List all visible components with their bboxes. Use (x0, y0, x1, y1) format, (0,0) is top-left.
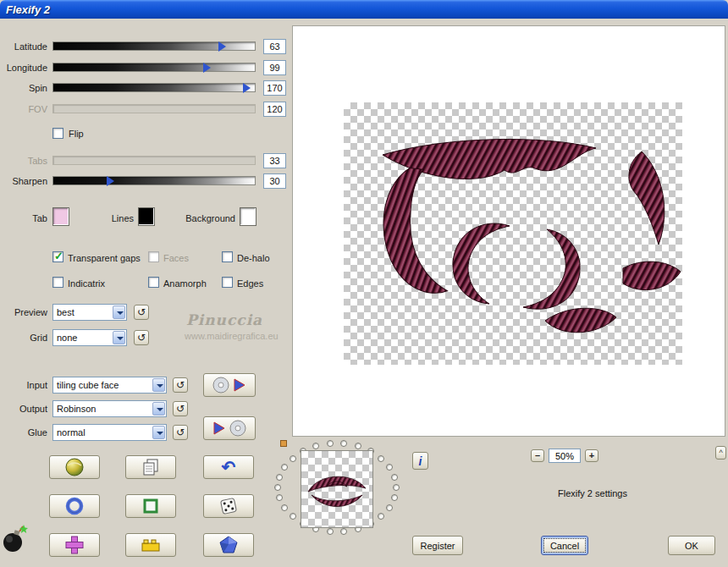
memory-dot[interactable] (281, 504, 288, 511)
undo-icon: ↶ (222, 457, 236, 477)
memory-dot[interactable] (281, 464, 288, 471)
sharpen-slider-handle[interactable] (107, 176, 114, 186)
latitude-slider[interactable] (52, 41, 256, 51)
dropdown-arrow-icon (152, 378, 165, 392)
ok-button-label: OK (685, 541, 698, 551)
sharpen-slider[interactable] (52, 176, 256, 185)
watermark-site: www.maidiregrafica.eu (185, 331, 303, 341)
render-preview-button[interactable] (203, 373, 256, 397)
cancel-button-label: Cancel (550, 541, 579, 551)
flexified-image (344, 102, 682, 365)
input-combo-label: Input (0, 380, 47, 390)
memory-dot[interactable] (391, 474, 398, 481)
de-halo-label: De-halo (237, 253, 270, 263)
memory-dot[interactable] (355, 443, 361, 449)
output-combo[interactable]: Robinson (52, 400, 167, 417)
glue-combo[interactable]: normal (52, 424, 167, 441)
tabs-value[interactable]: 33 (263, 153, 286, 168)
dropdown-arrow-icon (152, 426, 165, 439)
copy-settings-button[interactable] (125, 455, 176, 479)
grid-cycle-button[interactable]: ↺ (134, 330, 149, 345)
zoom-out-button[interactable]: – (531, 449, 544, 462)
glue-cycle-button[interactable]: ↺ (173, 425, 188, 440)
preview-cycle-button[interactable]: ↺ (134, 305, 149, 320)
de-halo-checkbox[interactable] (222, 251, 233, 262)
longitude-value[interactable]: 99 (263, 60, 286, 75)
preview-combo-value: best (57, 307, 74, 317)
memory-dot[interactable] (276, 494, 283, 501)
latitude-value[interactable]: 63 (263, 39, 286, 54)
preview-combo[interactable]: best (52, 304, 127, 321)
zoom-level[interactable]: 50% (549, 449, 581, 463)
ring-icon (64, 496, 85, 516)
memory-dot[interactable] (290, 455, 296, 462)
latitude-slider-handle[interactable] (218, 41, 226, 52)
minus-icon: – (535, 451, 540, 460)
title-bar[interactable]: Flexify 2 (0, 0, 728, 19)
glue-combo-label: Glue (0, 427, 47, 438)
spin-value[interactable]: 170 (263, 80, 286, 96)
preview-thumbnail[interactable] (301, 450, 373, 528)
latitude-label: Latitude (0, 41, 47, 52)
memory-dot[interactable] (393, 484, 400, 491)
square-button[interactable] (125, 494, 176, 518)
gem-button[interactable] (203, 533, 254, 557)
ok-button[interactable]: OK (668, 536, 715, 555)
lego-button[interactable] (125, 533, 176, 557)
grid-combo[interactable]: none (52, 329, 127, 346)
bomb-button[interactable] (2, 523, 29, 553)
window-title: Flexify 2 (6, 3, 50, 16)
register-button[interactable]: Register (412, 536, 463, 555)
memory-dot[interactable] (378, 455, 384, 462)
output-combo-value: Robinson (57, 404, 96, 414)
memory-dot[interactable] (312, 443, 319, 449)
flip-checkbox[interactable] (52, 128, 63, 139)
dropdown-arrow-icon (113, 306, 125, 319)
grid-combo-value: none (57, 333, 77, 343)
sharpen-label: Sharpen (0, 176, 47, 186)
play-disc-icon (211, 419, 248, 438)
memory-dot[interactable] (391, 494, 398, 501)
indicatrix-checkbox[interactable] (52, 277, 63, 288)
memory-dot[interactable] (386, 464, 393, 471)
memory-dot[interactable] (378, 513, 384, 520)
edges-checkbox[interactable] (222, 277, 233, 288)
lines-color-swatch[interactable] (138, 207, 155, 226)
tab-color-swatch[interactable] (52, 207, 69, 226)
memory-marker (280, 440, 287, 447)
plus-tile-button[interactable] (49, 533, 100, 557)
memory-dot[interactable] (386, 504, 393, 511)
zoom-in-button[interactable]: + (585, 449, 598, 462)
dice-button[interactable] (203, 494, 254, 518)
flexify-dialog: Flexify 2 Latitude 63 Longitude 99 Spin … (0, 0, 728, 567)
cancel-button[interactable]: Cancel (541, 536, 588, 555)
undo-button[interactable]: ↶ (203, 455, 254, 479)
memory-dot[interactable] (290, 513, 296, 520)
collapse-button[interactable]: ^ (715, 446, 726, 460)
background-color-swatch[interactable] (240, 207, 256, 226)
tabs-label: Tabs (0, 156, 47, 166)
lines-swatch-label: Lines (88, 213, 134, 223)
play-disc-button[interactable] (203, 416, 256, 440)
indicatrix-label: Indicatrix (68, 278, 105, 289)
input-combo[interactable]: tiling cube face (52, 377, 167, 394)
spin-slider[interactable] (52, 83, 256, 92)
memory-dot[interactable] (340, 440, 347, 447)
info-button[interactable]: i (412, 452, 428, 470)
transparent-gaps-checkbox[interactable] (52, 251, 63, 262)
memory-dot[interactable] (276, 474, 283, 481)
fov-value[interactable]: 120 (263, 102, 286, 117)
faces-label: Faces (163, 253, 189, 263)
input-cycle-button[interactable]: ↺ (173, 377, 188, 393)
longitude-slider-handle[interactable] (203, 63, 211, 73)
glass-sphere-button[interactable] (49, 455, 100, 479)
output-cycle-button[interactable]: ↺ (173, 401, 188, 416)
ring-button[interactable] (49, 494, 100, 518)
longitude-slider[interactable] (52, 63, 256, 72)
memory-dot[interactable] (327, 440, 334, 447)
sharpen-value[interactable]: 30 (263, 173, 286, 189)
memory-dot[interactable] (274, 484, 281, 491)
anamorph-checkbox[interactable] (148, 277, 159, 288)
preview-pane[interactable] (292, 25, 725, 437)
spin-slider-handle[interactable] (243, 83, 251, 93)
